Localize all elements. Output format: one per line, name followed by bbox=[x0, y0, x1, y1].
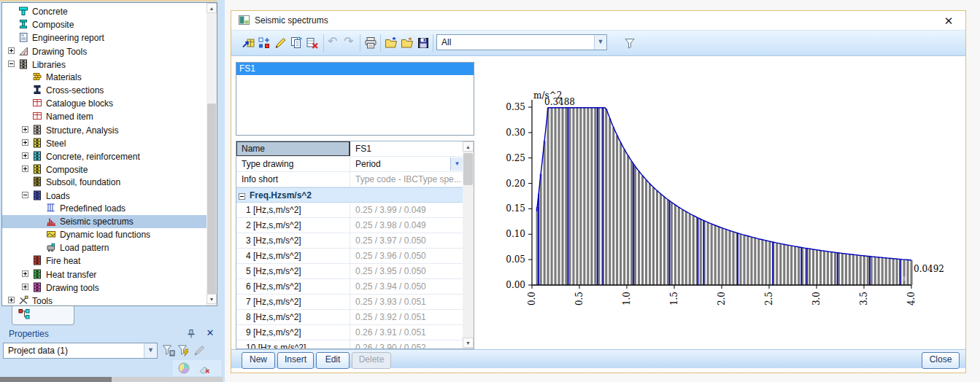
grid-row-label[interactable]: 4 [Hz,s,m/s^2] bbox=[236, 249, 350, 263]
grid-row-value[interactable]: 0.25 / 3.97 / 0.050 bbox=[350, 233, 464, 248]
grid-row-label[interactable]: 10 [Hz,s,m/s^2] bbox=[236, 340, 350, 349]
properties-close-icon[interactable]: ✕ bbox=[204, 327, 216, 339]
tree-item-structure-analysis[interactable]: Structure, Analysis bbox=[2, 123, 207, 136]
grid-row[interactable]: 9 [Hz,s,m/s^2]0.26 / 3.91 / 0.051 bbox=[236, 325, 464, 340]
chevron-down-icon[interactable]: ▼ bbox=[144, 343, 157, 358]
redo-icon[interactable]: ↷ bbox=[344, 34, 353, 48]
new-items-icon[interactable] bbox=[258, 36, 271, 50]
list-item-fs1[interactable]: FS1 bbox=[236, 63, 474, 75]
tree-item-dynamic-load-functions[interactable]: Dynamic load functions bbox=[2, 228, 207, 241]
delete-icon[interactable] bbox=[306, 36, 319, 50]
grid-row[interactable]: 6 [Hz,s,m/s^2]0.25 / 3.94 / 0.050 bbox=[236, 279, 464, 295]
expand-icon[interactable] bbox=[22, 123, 28, 130]
tree-item-tools[interactable]: Tools bbox=[2, 294, 207, 306]
tree-item-fire-heat[interactable]: Fire heat bbox=[2, 254, 207, 268]
filter-combobox[interactable]: All ▼ bbox=[436, 34, 607, 50]
copy-icon[interactable] bbox=[290, 36, 303, 50]
tree-item-drawing-tools[interactable]: Drawing Tools bbox=[2, 44, 207, 58]
grid-row-value[interactable]: 0.26 / 3.90 / 0.052 bbox=[350, 340, 464, 349]
edit-button[interactable]: Edit bbox=[316, 352, 350, 369]
tree-item-steel[interactable]: Steel bbox=[2, 136, 207, 149]
tree-item-predefined-loads[interactable]: Predefined loads bbox=[2, 202, 207, 215]
close-icon[interactable]: ✕ bbox=[942, 15, 955, 28]
grid-row[interactable]: NameFS1 bbox=[236, 141, 464, 157]
grid-row[interactable]: 2 [Hz,s,m/s^2]0.25 / 3.98 / 0.049 bbox=[236, 218, 464, 233]
tree-item-composite[interactable]: Composite bbox=[2, 18, 207, 31]
grid-section-header[interactable]: Freq.Hzsm/s^2 bbox=[236, 187, 464, 203]
grid-row-value[interactable]: FS1 bbox=[350, 141, 464, 156]
save-icon[interactable] bbox=[417, 36, 430, 50]
tree-item-drawing-tools[interactable]: Drawing tools bbox=[2, 281, 207, 294]
import-folder-icon[interactable] bbox=[401, 36, 414, 50]
tree-item-composite[interactable]: Composite bbox=[2, 163, 207, 176]
run-input-icon[interactable] bbox=[242, 36, 255, 50]
tree-item-seismic-spectrums[interactable]: Seismic spectrums bbox=[2, 215, 207, 228]
close-button[interactable]: Close bbox=[922, 352, 960, 369]
expand-icon[interactable] bbox=[22, 268, 28, 274]
grid-row-value[interactable]: Period▼ bbox=[350, 157, 464, 171]
scrollbar-thumb[interactable] bbox=[463, 153, 473, 185]
grid-row[interactable]: Type drawingPeriod▼ bbox=[236, 157, 464, 172]
grid-row[interactable]: 4 [Hz,s,m/s^2]0.25 / 3.96 / 0.050 bbox=[236, 249, 464, 264]
grid-row-value[interactable]: 0.25 / 3.94 / 0.050 bbox=[350, 279, 464, 294]
tree-scrollbar[interactable]: ▲ ▼ bbox=[207, 3, 217, 305]
tree-item-subsoil-foundation[interactable]: Subsoil, foundation bbox=[2, 176, 207, 189]
chevron-down-icon[interactable]: ▼ bbox=[594, 35, 606, 50]
grid-row[interactable]: 8 [Hz,s,m/s^2]0.25 / 3.92 / 0.051 bbox=[236, 310, 464, 325]
grid-row-value[interactable]: Type code - IBCType spe... bbox=[350, 172, 464, 187]
expand-icon[interactable] bbox=[22, 163, 28, 169]
expand-icon[interactable] bbox=[22, 149, 28, 156]
filter-by-property-icon[interactable] bbox=[161, 343, 176, 358]
scroll-down-icon[interactable]: ▼ bbox=[207, 294, 217, 304]
filter-funnel-icon[interactable] bbox=[623, 36, 636, 50]
grid-row-value[interactable]: 0.25 / 3.98 / 0.049 bbox=[350, 218, 464, 233]
expand-icon[interactable] bbox=[22, 281, 28, 287]
grid-row-label[interactable]: 7 [Hz,s,m/s^2] bbox=[236, 295, 350, 309]
eraser-icon[interactable] bbox=[198, 362, 211, 375]
grid-row[interactable]: Info shortType code - IBCType spe... bbox=[236, 172, 464, 187]
tree-item-engineering-report[interactable]: Engineering report bbox=[2, 31, 207, 44]
tree-item-named-item[interactable]: Named item bbox=[2, 110, 207, 123]
scroll-down-icon[interactable]: ▼ bbox=[463, 338, 474, 348]
pie-chart-icon[interactable] bbox=[177, 362, 190, 375]
filter-quick-icon[interactable] bbox=[177, 343, 191, 358]
tree-item-concrete[interactable]: Concrete bbox=[2, 5, 207, 18]
undo-icon[interactable]: ↶ bbox=[328, 34, 337, 48]
tree-dock-tab[interactable] bbox=[12, 306, 74, 325]
grid-row-label[interactable]: 5 [Hz,s,m/s^2] bbox=[236, 264, 350, 278]
grid-row-label[interactable]: Info short bbox=[236, 172, 350, 187]
tree-item-heat-transfer[interactable]: Heat transfer bbox=[2, 268, 207, 281]
edit-icon[interactable] bbox=[274, 36, 287, 50]
dialog-titlebar[interactable]: Seismic spectrums ✕ bbox=[231, 11, 965, 30]
collapse-icon[interactable] bbox=[239, 192, 245, 198]
tree-item-concrete-reinforcement[interactable]: Concrete, reinforcement bbox=[2, 149, 207, 163]
grid-row-label[interactable]: 8 [Hz,s,m/s^2] bbox=[236, 310, 350, 324]
tree-item-libraries[interactable]: Libraries bbox=[2, 58, 207, 71]
expand-icon[interactable] bbox=[22, 136, 28, 143]
grid-row-label[interactable]: 2 [Hz,s,m/s^2] bbox=[236, 218, 350, 233]
scroll-up-icon[interactable]: ▲ bbox=[463, 141, 474, 152]
grid-row[interactable]: 7 [Hz,s,m/s^2]0.25 / 3.93 / 0.051 bbox=[236, 295, 464, 310]
insert-button[interactable]: Insert bbox=[277, 352, 314, 369]
properties-selector[interactable]: Project data (1) ▼ bbox=[3, 343, 158, 359]
grid-row-label[interactable]: 3 [Hz,s,m/s^2] bbox=[236, 233, 350, 248]
grid-row-value[interactable]: 0.25 / 3.96 / 0.050 bbox=[350, 249, 464, 263]
grid-row[interactable]: 10 [Hz,s,m/s^2]0.26 / 3.90 / 0.052 bbox=[236, 340, 464, 349]
grid-scrollbar[interactable]: ▲ ▼ bbox=[463, 141, 474, 348]
tree-item-cross-sections[interactable]: Cross-sections bbox=[2, 84, 207, 97]
grid-row-value[interactable]: 0.25 / 3.93 / 0.051 bbox=[350, 295, 464, 309]
grid-row-value[interactable]: 0.25 / 3.92 / 0.051 bbox=[350, 310, 464, 324]
grid-row-label[interactable]: Name bbox=[236, 141, 350, 156]
grid-row-label[interactable]: 1 [Hz,s,m/s^2] bbox=[236, 203, 350, 217]
scroll-up-icon[interactable]: ▲ bbox=[207, 3, 217, 13]
dropdown-icon[interactable]: ▼ bbox=[450, 157, 463, 171]
edit-properties-icon[interactable] bbox=[192, 343, 207, 358]
grid-row-value[interactable]: 0.26 / 3.91 / 0.051 bbox=[350, 325, 464, 340]
grid-row-label[interactable]: 9 [Hz,s,m/s^2] bbox=[236, 325, 350, 340]
grid-row[interactable]: 5 [Hz,s,m/s^2]0.25 / 3.95 / 0.050 bbox=[236, 264, 464, 279]
grid-row[interactable]: 1 [Hz,s,m/s^2]0.25 / 3.99 / 0.049 bbox=[236, 203, 464, 218]
tree-item-loads[interactable]: Loads bbox=[2, 189, 207, 202]
pin-icon[interactable] bbox=[185, 328, 197, 340]
tree-item-catalogue-blocks[interactable]: Catalogue blocks bbox=[2, 97, 207, 110]
collapse-icon[interactable] bbox=[22, 189, 28, 195]
